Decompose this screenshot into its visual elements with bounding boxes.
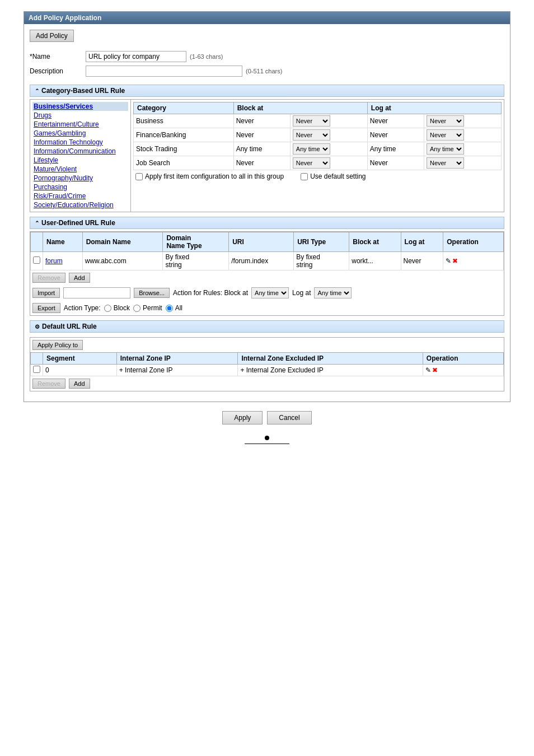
block-radio[interactable] bbox=[104, 305, 111, 312]
permit-radio[interactable] bbox=[133, 305, 140, 312]
forum-link[interactable]: forum bbox=[45, 257, 63, 265]
col-domain-name-type: DomainName Type bbox=[163, 232, 229, 252]
log-at-select-cell[interactable]: NeverAny time bbox=[424, 156, 501, 170]
row-name: forum bbox=[43, 252, 83, 270]
category-games-gambling[interactable]: Games/Gambling bbox=[32, 129, 128, 138]
category-risk-fraud-crime[interactable]: Risk/Fraud/Crime bbox=[32, 192, 128, 200]
log-at-select-cell[interactable]: NeverAny time bbox=[424, 128, 501, 142]
permit-radio-group: Permit bbox=[133, 304, 162, 312]
ap-add-button[interactable]: Add bbox=[69, 379, 90, 389]
apply-button[interactable]: Apply bbox=[222, 411, 263, 424]
col-internal-zone-excluded-ip: Internal Zone Excluded IP bbox=[238, 353, 423, 365]
log-at-select-cell[interactable]: NeverAny time bbox=[424, 114, 501, 128]
block-at-select-business[interactable]: NeverAny time bbox=[293, 115, 330, 127]
description-row: Description (0-511 chars) bbox=[30, 66, 504, 77]
add-policy-button[interactable]: Add Policy bbox=[30, 30, 74, 42]
category-information-technology[interactable]: Information Technology bbox=[32, 138, 128, 147]
remove-button[interactable]: Remove bbox=[32, 273, 65, 283]
block-at-select-cell[interactable]: NeverAny time bbox=[290, 128, 367, 142]
add-button[interactable]: Add bbox=[69, 273, 90, 283]
use-default-text: Use default setting bbox=[310, 172, 366, 180]
ap-row-operation: ✎ ✖ bbox=[423, 365, 503, 376]
cat-name: Finance/Banking bbox=[134, 128, 234, 142]
block-at-select-job[interactable]: NeverAny time bbox=[293, 157, 330, 169]
category-arrow-icon: ⌃ bbox=[35, 88, 39, 94]
ap-internal-zone-excluded-ip: + Internal Zone Excluded IP bbox=[238, 365, 423, 376]
user-defined-url-container: Name Domain Name DomainName Type URI URI… bbox=[30, 231, 504, 316]
all-radio-label: All bbox=[175, 304, 182, 312]
main-container: Add Policy Application Add Policy *Name … bbox=[24, 11, 510, 402]
ap-remove-button[interactable]: Remove bbox=[32, 379, 65, 389]
use-default-checkbox[interactable] bbox=[301, 173, 308, 180]
log-at-select-job[interactable]: NeverAny time bbox=[427, 157, 464, 169]
category-based-url-rule-header[interactable]: ⌃ Category-Based URL Rule bbox=[30, 85, 504, 97]
default-url-rule-header[interactable]: ⚙ Default URL Rule bbox=[30, 320, 504, 333]
category-drugs[interactable]: Drugs bbox=[32, 111, 128, 120]
all-radio[interactable] bbox=[166, 305, 173, 312]
delete-icon[interactable]: ✖ bbox=[452, 257, 458, 265]
ap-delete-icon[interactable]: ✖ bbox=[432, 366, 438, 374]
action-block-at-select[interactable]: Any timeNever bbox=[251, 287, 289, 298]
cancel-button[interactable]: Cancel bbox=[267, 411, 311, 424]
category-business-services[interactable]: Business/Services bbox=[32, 102, 128, 111]
col-block-at: Block at bbox=[233, 102, 367, 114]
export-button[interactable]: Export bbox=[32, 303, 60, 313]
user-defined-section-title: User-Defined URL Rule bbox=[41, 219, 115, 227]
panel-header: Add Policy Application bbox=[24, 12, 510, 24]
block-at-select-cell[interactable]: NeverAny time bbox=[290, 142, 367, 156]
block-at-val: Never bbox=[233, 156, 290, 170]
block-at-select-stock[interactable]: NeverAny time bbox=[293, 143, 330, 155]
block-at-select-finance[interactable]: NeverAny time bbox=[293, 129, 330, 141]
user-defined-url-rule-header[interactable]: ⌃ User-Defined URL Rule bbox=[30, 217, 504, 229]
import-button[interactable]: Import bbox=[32, 288, 60, 298]
ap-segment: 0 bbox=[43, 365, 117, 376]
bullet-section bbox=[11, 436, 523, 444]
block-at-select-cell[interactable]: NeverAny time bbox=[290, 114, 367, 128]
edit-icon[interactable]: ✎ bbox=[446, 257, 451, 265]
col-operation: Operation bbox=[443, 232, 504, 252]
row-checkbox-cell[interactable] bbox=[31, 252, 43, 270]
category-section: Business/Services Drugs Entertainment/Cu… bbox=[30, 99, 504, 212]
apply-first-checkbox[interactable] bbox=[135, 173, 143, 180]
description-label: Description bbox=[30, 67, 86, 75]
user-defined-arrow-icon: ⌃ bbox=[35, 220, 39, 226]
col-ap-checkbox bbox=[31, 353, 43, 365]
bullet-point bbox=[265, 436, 269, 440]
browse-button[interactable]: Browse... bbox=[134, 288, 170, 298]
col-uri-type: URI Type bbox=[294, 232, 349, 252]
description-input[interactable] bbox=[86, 66, 242, 77]
log-at-action-select[interactable]: Any timeNever bbox=[314, 287, 352, 298]
apply-first-label[interactable]: Apply first item configuration to all in… bbox=[135, 172, 284, 180]
log-at-select-business[interactable]: NeverAny time bbox=[427, 115, 464, 127]
col-name: Name bbox=[43, 232, 83, 252]
ap-edit-icon[interactable]: ✎ bbox=[425, 366, 431, 374]
category-purchasing[interactable]: Purchasing bbox=[32, 183, 128, 192]
name-input[interactable] bbox=[86, 51, 186, 62]
permit-radio-label: Permit bbox=[143, 304, 162, 312]
col-domain-name: Domain Name bbox=[82, 232, 163, 252]
category-information-communication[interactable]: Information/Communication bbox=[32, 147, 128, 156]
category-lifestyle[interactable]: Lifestyle bbox=[32, 156, 128, 165]
category-mature-violent[interactable]: Mature/Violent bbox=[32, 165, 128, 174]
row-log-at: Never bbox=[401, 252, 443, 270]
ap-row-checkbox[interactable] bbox=[33, 366, 40, 373]
log-at-val: Never bbox=[367, 128, 424, 142]
log-at-select-stock[interactable]: NeverAny time bbox=[427, 143, 464, 155]
ap-row-checkbox-cell[interactable] bbox=[31, 365, 43, 376]
row-checkbox-forum[interactable] bbox=[33, 256, 40, 264]
remove-add-row: Remove Add bbox=[30, 270, 504, 285]
category-society-education-religion[interactable]: Society/Education/Religion bbox=[32, 200, 128, 209]
category-entertainment-culture[interactable]: Entertainment/Culture bbox=[32, 120, 128, 129]
col-block-at: Block at bbox=[349, 232, 401, 252]
log-at-select-finance[interactable]: NeverAny time bbox=[427, 129, 464, 141]
import-path-input[interactable] bbox=[63, 287, 130, 298]
category-pornography-nudity[interactable]: Pornography/Nudity bbox=[32, 174, 128, 183]
apply-policy-table: Segment Internal Zone IP Internal Zone E… bbox=[30, 352, 504, 376]
use-default-label[interactable]: Use default setting bbox=[301, 172, 366, 180]
log-at-select-cell[interactable]: NeverAny time bbox=[424, 142, 501, 156]
block-at-select-cell[interactable]: NeverAny time bbox=[290, 156, 367, 170]
apply-policy-to-button[interactable]: Apply Policy to bbox=[32, 340, 83, 350]
block-at-val: Never bbox=[233, 114, 290, 128]
ap-internal-zone-ip: + Internal Zone IP bbox=[116, 365, 238, 376]
all-radio-group: All bbox=[166, 304, 182, 312]
